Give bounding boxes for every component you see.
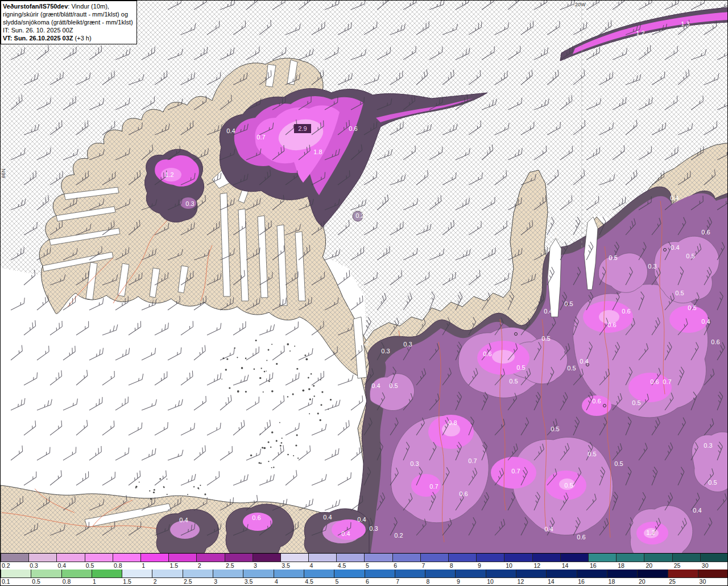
colorbar-tick-label: 2 [152,578,183,585]
colorbar-cell [243,570,274,577]
islet-dot [320,419,321,421]
precip-value-label: 0.2 [360,340,369,346]
colorbar-cell [225,554,253,562]
islet-dot [289,350,291,352]
islet-dot [320,404,322,406]
islet-dot [241,367,243,369]
colorbar-cell [638,570,668,577]
colorbar-tick-label: 14 [547,578,577,585]
precip-value-label: 0.5 [551,426,559,432]
precip-value-label: 0.5 [686,253,694,259]
colorbar-cell [31,570,61,577]
colorbar-cell [29,554,57,562]
islet-dot [245,391,247,393]
islet-dot [294,345,295,346]
precip-value-label: 0.3 [410,460,419,467]
islet-dot [308,377,309,379]
islet-dot [293,455,294,456]
colorbar-cell [425,570,456,577]
islet-dot [311,373,312,374]
islet-dot [225,369,227,370]
colorbar-cell [456,570,486,577]
precip-value-label: 1.2 [165,171,173,178]
precip-value-label: 0.6 [252,514,260,521]
colorbar-tick-label: 3.5 [243,578,274,585]
colorbar-tick-label: 2.5 [183,578,213,585]
colorbar-tick-label: 0.3 [28,562,56,570]
colorbar-cell [85,554,113,562]
islet-dot [260,463,262,464]
islet-dot [296,434,298,436]
colorbar-cell [673,554,701,562]
islet-dot [271,344,272,345]
islet-dot [266,370,267,372]
colorbar-tick-label: 7 [421,562,449,570]
islet-dot [268,349,270,351]
islet-dot [200,485,201,486]
colorbar-cell [449,554,477,562]
islet-dot [308,388,311,390]
colorbar-tick-label: 7 [395,578,425,585]
colorbar-cell [122,570,152,577]
islet-dot [313,385,315,387]
precip-value-label: 0.4 [226,127,235,134]
colorbar-cell [577,570,607,577]
colorbar-cell [169,554,197,562]
colorbar-cell [589,554,617,562]
islet-dot [297,457,299,459]
islet-dot [187,494,188,495]
colorbar-rain: 0.10.50.811.522.533.544.5567891012141618… [1,570,728,585]
precip-value-label: 0.6 [622,308,630,315]
precip-value-label: 0.3 [548,232,556,238]
colorbar-cell [304,570,334,577]
colorbar-cell [213,570,243,577]
precip-value-label: 0.4 [341,530,350,537]
colorbar-tick-label: 1 [92,578,122,585]
colorbar-tick-label: 18 [607,578,638,585]
colorbar-tick-label: 20 [638,578,668,585]
precip-value-label: 0.7 [257,134,265,141]
islet-dot [263,447,266,449]
islet-dot [271,467,272,468]
precip-value-label: 1.8 [313,148,322,155]
colorbar-tick-label: 6 [392,562,420,570]
precip-value-label: 0.4 [701,318,710,325]
colorbar-cell [701,554,728,562]
colorbar-cell [183,570,213,577]
colorbar-tick-label: 12 [516,578,547,585]
colorbar-tick-label: 0.1 [1,578,31,585]
title-line-3: slydda/snjókoma (grátt/bleikt/grænt - mm… [3,18,133,26]
precip-value-label: 0.4 [179,517,188,523]
colorbar-cell [393,554,421,562]
islet-dot [135,486,137,488]
islet-dot [221,378,222,379]
islet-dot [159,478,161,480]
colorbar-tick-label: 9 [477,562,504,570]
colorbar-cell [698,570,728,577]
colorbar-tick-label: 9 [456,578,486,585]
colorbar-cell [253,554,281,562]
colorbar-tick-label: 4 [274,578,304,585]
colorbar-tick-label: 25 [668,578,698,585]
colorbar-tick-label: 0.4 [56,562,84,570]
precip-value-label: 0.5 [688,304,696,311]
colorbar-cell [62,570,92,577]
islet-dot [270,447,271,448]
precip-value-label: 0.7 [663,378,671,385]
precip-value-label: 1.2 [646,529,655,536]
colorbar-tick-label: 3 [213,578,243,585]
islet-dot [139,482,140,483]
islet-dot [279,422,280,423]
precip-value-label: 0.3 [369,525,378,532]
precip-value-label: 0.5 [564,482,573,489]
precip-value-label: 0.6 [483,350,491,357]
colorbar-cell [281,554,309,562]
precip-value-label: 0.4 [357,516,366,523]
islet-dot [193,486,195,487]
islet-dot [282,438,283,439]
precip-value-label: 0.7 [468,457,477,464]
islet-dot [305,358,308,361]
islet-dot [268,381,270,382]
colorbar-cell [1,554,29,562]
islet-dot [250,455,252,456]
